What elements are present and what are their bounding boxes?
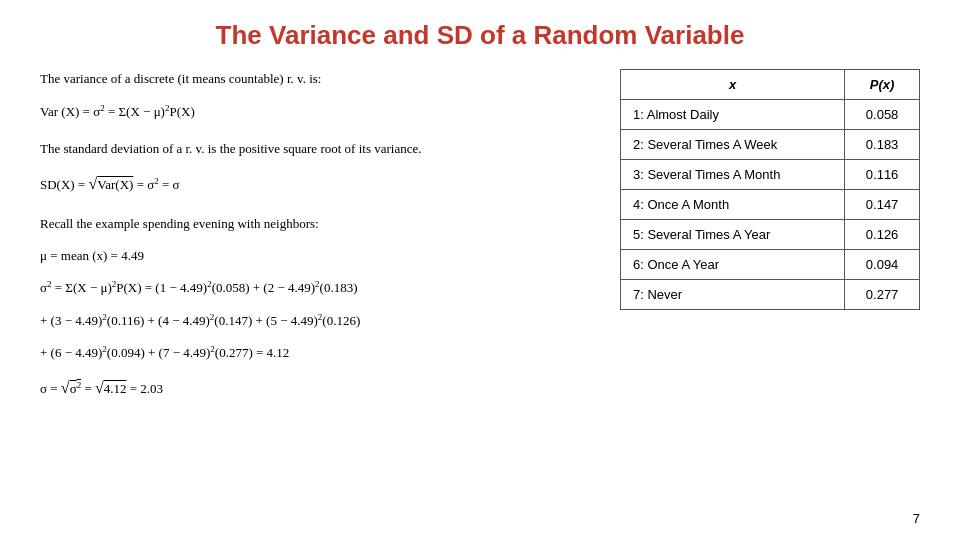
table-row: 3: Several Times A Month0.116 — [621, 160, 920, 190]
table-cell-x: 4: Once A Month — [621, 190, 845, 220]
para2: The standard deviation of a r. v. is the… — [40, 139, 600, 159]
right-column: x P(x) 1: Almost Daily0.0582: Several Ti… — [620, 69, 920, 520]
table-row: 6: Once A Year0.094 — [621, 250, 920, 280]
formula-sigma: σ = √σ2 = √4.12 = 2.03 — [40, 374, 600, 401]
table-row: 4: Once A Month0.147 — [621, 190, 920, 220]
page-title: The Variance and SD of a Random Variable — [216, 20, 745, 51]
table-row: 2: Several Times A Week0.183 — [621, 130, 920, 160]
table-cell-x: 5: Several Times A Year — [621, 220, 845, 250]
table-cell-px: 0.058 — [845, 100, 920, 130]
left-column: The variance of a discrete (it means cou… — [40, 69, 600, 520]
formula-sigma2: σ2 = Σ(X − μ)2P(X) = (1 − 4.49)2(0.058) … — [40, 277, 600, 299]
table-cell-px: 0.094 — [845, 250, 920, 280]
probability-table: x P(x) 1: Almost Daily0.0582: Several Ti… — [620, 69, 920, 310]
table-cell-px: 0.116 — [845, 160, 920, 190]
table-cell-x: 1: Almost Daily — [621, 100, 845, 130]
table-cell-x: 3: Several Times A Month — [621, 160, 845, 190]
page-number: 7 — [913, 511, 920, 526]
para3: Recall the example spending evening with… — [40, 214, 600, 234]
formula-var: Var (X) = σ2 = Σ(X − μ)2P(X) — [40, 101, 600, 123]
table-row: 1: Almost Daily0.058 — [621, 100, 920, 130]
content-area: The variance of a discrete (it means cou… — [40, 69, 920, 520]
para1: The variance of a discrete (it means cou… — [40, 69, 600, 89]
formula-sigma2-line2: + (3 − 4.49)2(0.116) + (4 − 4.49)2(0.147… — [40, 310, 600, 332]
col-header-px: P(x) — [845, 70, 920, 100]
table-row: 7: Never0.277 — [621, 280, 920, 310]
table-cell-px: 0.183 — [845, 130, 920, 160]
formula-sigma2-line3: + (6 − 4.49)2(0.094) + (7 − 4.49)2(0.277… — [40, 342, 600, 364]
table-cell-px: 0.147 — [845, 190, 920, 220]
page: The Variance and SD of a Random Variable… — [0, 0, 960, 540]
table-row: 5: Several Times A Year0.126 — [621, 220, 920, 250]
table-cell-x: 2: Several Times A Week — [621, 130, 845, 160]
formula-sd: SD(X) = √Var(X) = σ2 = σ — [40, 170, 600, 197]
formula-mu: μ = mean (x) = 4.49 — [40, 245, 600, 267]
table-cell-x: 6: Once A Year — [621, 250, 845, 280]
table-cell-px: 0.126 — [845, 220, 920, 250]
col-header-x: x — [621, 70, 845, 100]
table-cell-px: 0.277 — [845, 280, 920, 310]
table-cell-x: 7: Never — [621, 280, 845, 310]
